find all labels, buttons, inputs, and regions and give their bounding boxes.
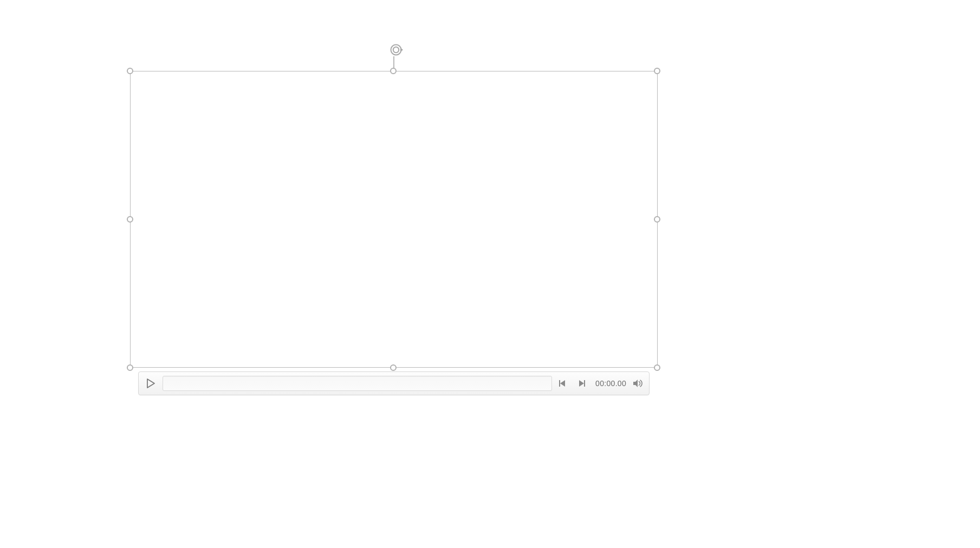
resize-handle-bottom-left[interactable] — [127, 364, 133, 371]
svg-rect-5 — [559, 380, 560, 387]
svg-marker-6 — [579, 380, 584, 387]
time-display: 00:00.00 — [592, 379, 627, 388]
resize-handle-middle-left[interactable] — [127, 216, 133, 223]
svg-point-1 — [393, 47, 399, 53]
editing-canvas[interactable]: 00:00.00 — [0, 0, 980, 548]
svg-point-0 — [391, 45, 401, 55]
media-object[interactable] — [130, 71, 658, 368]
svg-marker-2 — [400, 48, 403, 52]
svg-marker-3 — [147, 379, 154, 388]
resize-handle-top-right[interactable] — [654, 68, 660, 74]
rotate-icon — [389, 43, 403, 57]
rotation-handle[interactable] — [389, 43, 403, 57]
step-forward-button[interactable] — [574, 376, 589, 391]
rotation-stem — [393, 56, 394, 68]
resize-handle-bottom-center[interactable] — [390, 364, 397, 371]
svg-marker-4 — [560, 380, 565, 387]
svg-rect-7 — [584, 380, 585, 387]
progress-track[interactable] — [163, 376, 552, 391]
media-player-bar: 00:00.00 — [138, 371, 650, 395]
volume-button[interactable] — [631, 376, 645, 390]
resize-handle-top-center[interactable] — [390, 68, 397, 74]
resize-handle-middle-right[interactable] — [654, 216, 660, 223]
volume-icon — [632, 378, 643, 389]
play-button[interactable] — [142, 375, 159, 392]
step-back-button[interactable] — [555, 376, 570, 391]
resize-handle-bottom-right[interactable] — [654, 364, 660, 371]
play-icon — [145, 378, 156, 389]
step-back-icon — [559, 379, 567, 388]
svg-marker-8 — [633, 380, 638, 387]
resize-handle-top-left[interactable] — [127, 68, 133, 74]
step-forward-icon — [577, 379, 586, 388]
